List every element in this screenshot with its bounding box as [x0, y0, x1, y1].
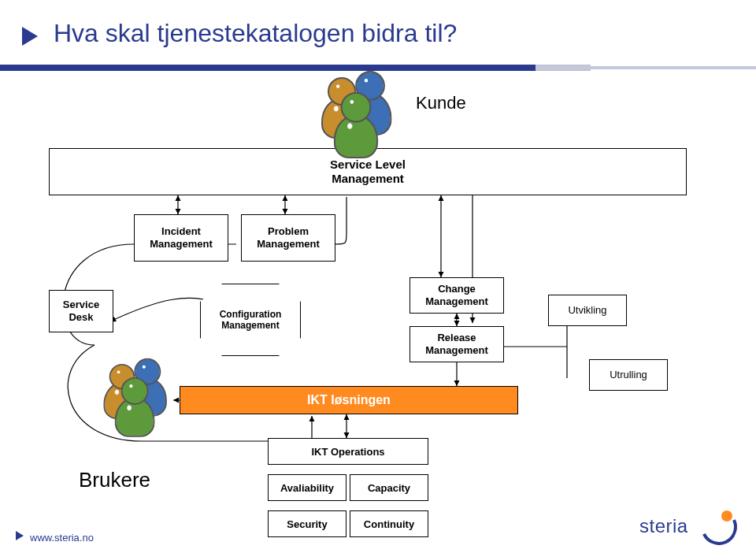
rel-l1: Release: [437, 332, 476, 344]
logo-text: steria: [639, 515, 688, 537]
box-ikt-operations: IKT Operations: [268, 438, 428, 465]
customer-people-icon: [321, 72, 408, 143]
box-ikt-losningen: IKT løsningen: [180, 386, 518, 414]
cfg-l2: Management: [221, 320, 279, 331]
title-bullet-icon: [22, 27, 38, 46]
cfg-l1: Configuration: [220, 309, 282, 320]
incident-l2: Management: [150, 238, 212, 251]
problem-l1: Problem: [268, 225, 309, 238]
steria-logo: steria: [639, 503, 734, 542]
footer-url: www.steria.no: [30, 532, 94, 544]
box-release-management: Release Management: [410, 326, 504, 362]
box-service-desk: Service Desk: [49, 290, 113, 332]
box-security: Security: [268, 510, 346, 537]
sd-l1: Service: [63, 299, 99, 311]
chg-l1: Change: [438, 283, 476, 295]
box-continuity: Continuity: [350, 510, 428, 537]
box-incident-management: Incident Management: [134, 214, 228, 262]
footer-bullet-icon: [16, 531, 24, 540]
slm-line2: Management: [332, 172, 404, 186]
box-avaliability: Avaliability: [268, 474, 346, 501]
box-utvikling: Utvikling: [548, 295, 627, 326]
chg-l2: Management: [425, 295, 487, 308]
incident-l1: Incident: [161, 225, 201, 238]
rel-l2: Management: [425, 344, 487, 357]
label-brukere: Brukere: [79, 468, 150, 492]
label-kunde: Kunde: [416, 93, 466, 113]
separator-bar-light: [536, 66, 756, 69]
sd-l2: Desk: [69, 311, 93, 324]
box-capacity: Capacity: [350, 474, 428, 501]
users-people-icon: [104, 360, 182, 424]
slm-line1: Service Level: [330, 158, 406, 172]
box-problem-management: Problem Management: [241, 214, 335, 262]
box-utrulling: Utrulling: [589, 359, 668, 391]
box-configuration-management: Configuration Management: [200, 284, 301, 356]
page-title: Hva skal tjenestekatalogen bidra til?: [54, 19, 457, 48]
problem-l2: Management: [257, 238, 319, 251]
box-change-management: Change Management: [410, 277, 504, 314]
slide: Hva skal tjenestekatalogen bidra til?: [0, 0, 756, 553]
logo-swirl-icon: [698, 506, 734, 542]
